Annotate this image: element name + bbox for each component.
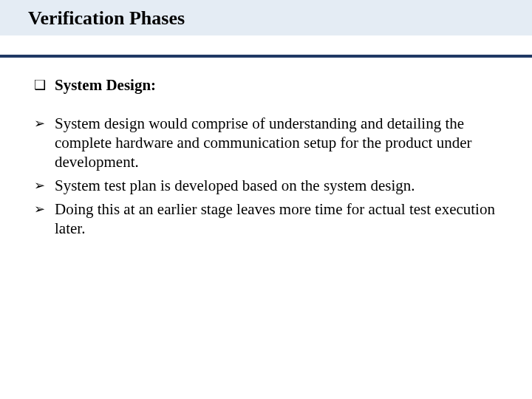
title-band: Verification Phases [0, 0, 532, 35]
bullet-row: ➢ System test plan is developed based on… [34, 176, 498, 195]
spacer [34, 99, 498, 114]
arrow-icon: ➢ [34, 176, 55, 195]
bullet-text: Doing this at an earlier stage leaves mo… [55, 200, 498, 238]
slide-title: Verification Phases [28, 7, 532, 30]
bullet-row: ➢ Doing this at an earlier stage leaves … [34, 200, 498, 238]
section-heading-row: ❑ System Design: [34, 75, 498, 95]
section-heading-text: System Design: [55, 75, 498, 95]
slide: Verification Phases ❑ System Design: ➢ S… [0, 0, 532, 399]
bullet-row: ➢ System design would comprise of unders… [34, 114, 498, 171]
arrow-icon: ➢ [34, 114, 55, 133]
content-area: ❑ System Design: ➢ System design would c… [0, 58, 532, 238]
bullet-text: System test plan is developed based on t… [55, 176, 498, 195]
bullet-text: System design would comprise of understa… [55, 114, 498, 171]
square-bullet-icon: ❑ [34, 75, 55, 95]
arrow-icon: ➢ [34, 200, 55, 219]
